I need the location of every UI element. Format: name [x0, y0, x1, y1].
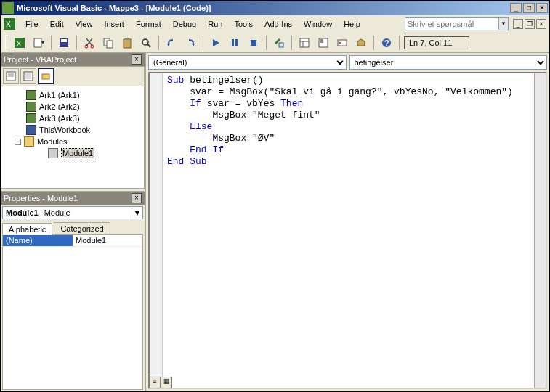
code-editor[interactable]: Sub betingelser() svar = MsgBox("Skal vi…: [148, 72, 547, 389]
procedure-view-button[interactable]: ≡: [149, 377, 161, 388]
find-button[interactable]: [138, 35, 154, 51]
maximize-button[interactable]: □: [523, 3, 535, 13]
worksheet-icon: [26, 90, 36, 100]
toggle-folders-button[interactable]: [38, 68, 54, 84]
help-button[interactable]: ?: [379, 35, 395, 51]
workbook-icon: [26, 125, 36, 135]
ask-question-input[interactable]: [405, 17, 499, 30]
paste-button[interactable]: [119, 35, 135, 51]
svg-rect-20: [235, 39, 238, 46]
svg-rect-21: [251, 40, 256, 46]
svg-rect-19: [232, 39, 234, 46]
ask-dropdown-button[interactable]: ▼: [499, 17, 509, 30]
menu-help[interactable]: Help: [338, 18, 366, 30]
svg-marker-5: [41, 41, 44, 44]
full-module-view-button[interactable]: ▦: [161, 377, 172, 388]
svg-rect-11: [107, 41, 113, 48]
svg-text:X: X: [6, 20, 11, 28]
properties-panel-close-button[interactable]: ×: [132, 193, 142, 203]
svg-rect-13: [125, 38, 129, 40]
svg-line-15: [147, 44, 150, 47]
module-icon: [48, 148, 58, 158]
window-title: Microsoft Visual Basic - Mappe3 - [Modul…: [17, 4, 211, 12]
toolbox-button[interactable]: [353, 35, 369, 51]
svg-rect-4: [34, 38, 41, 47]
tree-node-ark2[interactable]: Ark2 (Ark2): [4, 101, 141, 113]
insert-dropdown-button[interactable]: [31, 35, 46, 51]
tree-node-ark1[interactable]: Ark1 (Ark1): [4, 89, 141, 101]
properties-panel-title: Properties - Module1 ×: [1, 192, 145, 205]
redo-button[interactable]: [182, 35, 198, 51]
code-margin[interactable]: [150, 73, 163, 388]
save-button[interactable]: [56, 35, 72, 51]
mdi-minimize-button[interactable]: _: [513, 19, 523, 29]
menu-tools[interactable]: Tools: [228, 18, 259, 30]
svg-rect-24: [300, 38, 309, 47]
vertical-scrollbar[interactable]: [534, 73, 546, 388]
menu-edit[interactable]: Edit: [44, 18, 70, 30]
svg-marker-16: [167, 44, 170, 46]
svg-rect-30: [338, 40, 347, 46]
project-panel-close-button[interactable]: ×: [132, 54, 142, 65]
properties-object-selector[interactable]: Module1 Module ▼: [2, 206, 143, 219]
project-explorer-button[interactable]: [296, 35, 312, 51]
copy-button[interactable]: [100, 35, 116, 51]
menu-file[interactable]: FFileile: [20, 18, 44, 30]
svg-rect-38: [25, 73, 31, 79]
tree-node-thisworkbook[interactable]: ThisWorkbook: [4, 124, 141, 136]
object-selector[interactable]: (General): [148, 55, 347, 70]
properties-button[interactable]: [315, 35, 331, 51]
code-text[interactable]: Sub betingelser() svar = MsgBox("Skal vi…: [163, 73, 534, 388]
view-code-button[interactable]: [3, 68, 19, 84]
svg-marker-17: [192, 44, 195, 46]
folder-icon: [24, 136, 34, 147]
tree-node-modules-folder[interactable]: −Modules: [4, 136, 141, 147]
svg-rect-39: [42, 74, 49, 79]
menu-debug[interactable]: Debug: [167, 18, 202, 30]
svg-marker-18: [213, 39, 219, 46]
run-button[interactable]: [208, 35, 224, 51]
svg-rect-23: [279, 43, 283, 47]
menu-view[interactable]: View: [70, 18, 99, 30]
menu-bar: X FFileile Edit View Insert Format Debug…: [1, 15, 549, 33]
worksheet-icon: [26, 113, 36, 123]
view-object-button[interactable]: [20, 68, 36, 84]
menu-addins[interactable]: Add-Ins: [259, 18, 298, 30]
minimize-button[interactable]: _: [510, 3, 522, 13]
menu-insert[interactable]: Insert: [98, 18, 130, 30]
svg-text:?: ?: [384, 38, 389, 47]
app-icon: [2, 2, 14, 14]
menu-run[interactable]: Run: [202, 18, 228, 30]
break-button[interactable]: [227, 35, 243, 51]
svg-point-14: [142, 39, 148, 45]
mdi-restore-button[interactable]: ❐: [525, 19, 535, 29]
toolbar-grip[interactable]: [5, 36, 7, 50]
svg-marker-22: [275, 38, 280, 44]
procedure-selector[interactable]: betingelser: [349, 55, 548, 70]
close-button[interactable]: ×: [536, 3, 548, 13]
object-browser-button[interactable]: [334, 35, 350, 51]
cut-button[interactable]: [81, 35, 97, 51]
svg-rect-7: [61, 39, 67, 42]
tab-categorized[interactable]: Categorized: [54, 222, 110, 234]
reset-button[interactable]: [246, 35, 262, 51]
svg-rect-12: [124, 39, 131, 48]
object-dropdown-button[interactable]: ▼: [132, 208, 142, 217]
svg-rect-29: [320, 41, 323, 43]
menu-format[interactable]: Format: [130, 18, 167, 30]
tab-alphabetic[interactable]: Alphabetic: [2, 223, 52, 235]
mdi-close-button[interactable]: ×: [536, 19, 546, 29]
svg-point-31: [339, 42, 341, 44]
properties-grid[interactable]: (Name) Module1: [2, 234, 143, 390]
view-excel-button[interactable]: X: [12, 35, 28, 51]
tree-node-module1[interactable]: Module1: [4, 147, 141, 159]
title-bar: Microsoft Visual Basic - Mappe3 - [Modul…: [1, 1, 549, 15]
svg-rect-28: [320, 39, 323, 41]
project-panel-title: Project - VBAProject ×: [1, 53, 145, 66]
menu-window[interactable]: Window: [298, 18, 338, 30]
property-row-name[interactable]: (Name) Module1: [3, 235, 142, 247]
undo-button[interactable]: [163, 35, 179, 51]
tree-node-ark3[interactable]: Ark3 (Ark3): [4, 113, 141, 124]
design-mode-button[interactable]: [271, 35, 287, 51]
project-tree[interactable]: Ark1 (Ark1) Ark2 (Ark2) Ark3 (Ark3) This…: [1, 86, 144, 188]
